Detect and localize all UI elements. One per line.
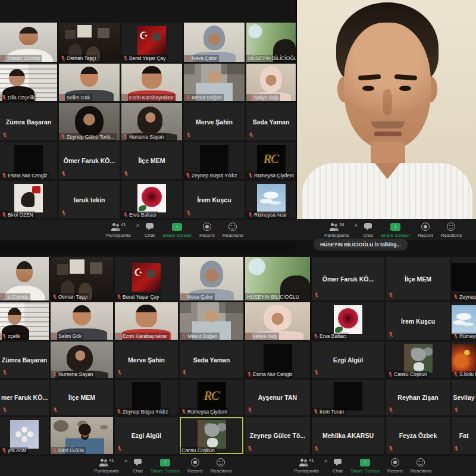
participant-tile[interactable]: Berat Yaşar Çay bbox=[115, 257, 178, 300]
record-button[interactable]: Record bbox=[418, 223, 433, 238]
participants-button[interactable]: 41Participants bbox=[106, 223, 131, 238]
mic-muted-icon bbox=[123, 95, 128, 101]
reactions-button[interactable]: Reactions bbox=[441, 223, 462, 238]
participant-tile[interactable]: Selim Gök bbox=[51, 302, 113, 340]
participant-tile[interactable]: faruk tekin bbox=[59, 181, 120, 218]
participants-caret[interactable]: ^ bbox=[124, 459, 127, 465]
participant-tile[interactable]: Merve Şahin bbox=[184, 103, 245, 140]
participant-tile[interactable]: Rümeysa Acar bbox=[246, 181, 296, 218]
participant-tile[interactable]: Ezgi Algül bbox=[312, 342, 384, 378]
participant-tile[interactable]: S.bolu MEM bbox=[452, 342, 476, 378]
participant-tile[interactable]: Zeynep Büşra Yıldız bbox=[184, 142, 245, 179]
share-screen-button[interactable]: Share Screen bbox=[350, 458, 380, 474]
toolbar-label: Reactions bbox=[411, 468, 432, 474]
participant-tile[interactable]: Selim Gök bbox=[59, 64, 120, 101]
participant-tile[interactable]: Berat Yaşar Çay bbox=[121, 23, 182, 62]
chat-button[interactable]: Chat bbox=[333, 458, 343, 474]
record-button[interactable]: Record bbox=[387, 458, 403, 474]
participant-tile[interactable]: Ömer Faruk KÖ... bbox=[59, 142, 120, 179]
participant-tile[interactable]: Fat bbox=[452, 417, 476, 454]
chat-button[interactable]: Chat bbox=[133, 458, 143, 474]
participant-tile[interactable]: Mehlika AKARSU bbox=[312, 417, 384, 454]
participant-label: S.bolu MEM bbox=[452, 371, 476, 378]
participant-tile[interactable]: Neva Çakır bbox=[184, 23, 245, 62]
participant-tile[interactable]: Seda Yaman bbox=[246, 103, 296, 140]
participant-tile[interactable]: zçelik bbox=[0, 302, 49, 340]
share-screen-button[interactable]: Share Screen bbox=[151, 458, 180, 474]
reactions-button[interactable]: Reactions bbox=[411, 458, 432, 474]
participant-tile[interactable]: Dila Özçelik bbox=[0, 64, 57, 101]
mic-muted-icon bbox=[182, 369, 187, 375]
participant-tile[interactable]: Ezgi Algül bbox=[115, 417, 178, 454]
participant-tile[interactable]: mer Faruk KÖ... bbox=[0, 380, 49, 415]
participant-tile[interactable]: Seda Yaman bbox=[180, 342, 243, 378]
participant-tile[interactable]: İlçe MEM bbox=[51, 380, 113, 415]
participant-tile[interactable]: Zümra Başaran bbox=[0, 103, 57, 140]
participant-tile[interactable]: İrem Kuşcu bbox=[386, 302, 450, 340]
mic-muted-icon bbox=[2, 294, 7, 300]
participant-tile[interactable]: Cansu Coşkun bbox=[180, 417, 243, 454]
participant-tile[interactable]: RCRümeysa Çiydem bbox=[246, 142, 296, 179]
participants-button[interactable]: 41Participants bbox=[94, 458, 119, 474]
participant-tile[interactable]: Ömer Faruk KÖ... bbox=[312, 257, 384, 300]
participants-caret[interactable]: ^ bbox=[324, 459, 327, 465]
participant-tile[interactable]: Merve Şahin bbox=[115, 342, 178, 378]
participant-tile[interactable]: Esma Nur Cengiz bbox=[245, 342, 310, 378]
participant-tile[interactable]: Ayşenur TAN bbox=[245, 380, 310, 415]
participant-tile[interactable]: satiye dağı bbox=[246, 64, 296, 101]
participant-tile[interactable]: satiye dağı bbox=[245, 302, 310, 340]
participant-tile[interactable]: Zeynep Gülce Tö... bbox=[245, 417, 310, 454]
participant-tile[interactable]: HÜSEYİN BİLİCİOĞLU bbox=[245, 257, 310, 300]
participants-button[interactable]: 34Participants bbox=[324, 223, 349, 238]
record-button[interactable]: Record bbox=[199, 223, 215, 238]
participant-tile[interactable]: Neva Çakır bbox=[180, 257, 243, 300]
chat-button[interactable]: Chat bbox=[363, 223, 373, 238]
participant-tile[interactable]: İrem Kuşcu bbox=[184, 181, 245, 218]
participant-tile[interactable]: Ecrin Karabayraktar bbox=[115, 302, 178, 340]
participant-tile[interactable]: Zeynep Gülce Tonb... bbox=[59, 103, 120, 140]
reactions-button[interactable]: Reactions bbox=[223, 223, 244, 238]
participant-tile[interactable]: Sevilay bbox=[452, 380, 476, 415]
share-screen-button[interactable]: Share Screen bbox=[162, 223, 192, 238]
participants-caret[interactable]: ^ bbox=[136, 223, 139, 229]
participant-tile[interactable]: HÜSEYİN BİLİCİOĞLU bbox=[246, 23, 296, 62]
participant-tile[interactable]: Hasan Gümüş bbox=[0, 23, 57, 62]
participants-caret[interactable]: ^ bbox=[355, 223, 358, 229]
participant-tile[interactable]: Reyhan Zişan bbox=[386, 380, 450, 415]
mic-muted-icon bbox=[248, 407, 252, 413]
participant-tile[interactable]: Feyza Özbek bbox=[386, 417, 450, 454]
share-screen-button[interactable]: Share Screen bbox=[381, 223, 410, 238]
participant-tile[interactable]: Esma Nur Cengiz bbox=[0, 142, 57, 179]
participant-tile[interactable]: Osman Taşçı bbox=[51, 257, 113, 300]
participant-name: Esma Nur Cengiz bbox=[253, 371, 293, 377]
participant-tile[interactable]: Zeynep Büş bbox=[452, 257, 476, 300]
participant-tile[interactable]: İlçe MEM bbox=[121, 142, 182, 179]
record-button[interactable]: Record bbox=[187, 458, 203, 474]
participant-tile[interactable]: Zümra Başaran bbox=[0, 342, 49, 378]
chat-button[interactable]: Chat bbox=[145, 223, 155, 238]
participant-tile[interactable]: Zeynep Büşra Yıldız bbox=[115, 380, 178, 415]
participant-tile[interactable]: Ecrin Karabayraktar bbox=[121, 64, 182, 101]
participant-tile[interactable]: Nursena Sayan bbox=[121, 103, 182, 140]
participant-tile[interactable]: Nursena Sayan bbox=[51, 342, 113, 378]
participant-tile[interactable]: Osman Taşçı bbox=[59, 23, 120, 62]
participant-tile[interactable]: Birol ÖZEN bbox=[51, 417, 113, 454]
mic-muted-icon bbox=[389, 292, 393, 298]
participant-tile[interactable]: a Gümüş bbox=[0, 257, 49, 300]
participant-tile[interactable]: Rümeysa A bbox=[452, 302, 476, 340]
participant-tile[interactable]: Birol ÖZEN bbox=[0, 181, 57, 218]
participant-tile[interactable]: Mesut Doğan bbox=[184, 64, 245, 101]
participant-tile[interactable]: Mesut Doğan bbox=[180, 302, 243, 340]
toolbar-label: Participants bbox=[106, 233, 131, 238]
participant-tile[interactable]: Erva Baltacı bbox=[312, 302, 384, 340]
toolbar-icon-wrap bbox=[191, 458, 199, 466]
participant-tile[interactable]: Erva Baltacı bbox=[121, 181, 182, 218]
reactions-button[interactable]: Reactions bbox=[211, 458, 232, 474]
participant-tile[interactable]: RCRümeysa Çiydem bbox=[180, 380, 243, 415]
participant-tile[interactable]: Cansu Coşkun bbox=[386, 342, 450, 378]
participant-tile[interactable]: yra Acar bbox=[0, 417, 49, 454]
participant-tile[interactable]: İrem Turan bbox=[312, 380, 384, 415]
participants-button[interactable]: 41Participants bbox=[294, 458, 319, 474]
share-screen-icon bbox=[360, 459, 370, 466]
participant-tile[interactable]: İlçe MEM bbox=[386, 257, 450, 300]
